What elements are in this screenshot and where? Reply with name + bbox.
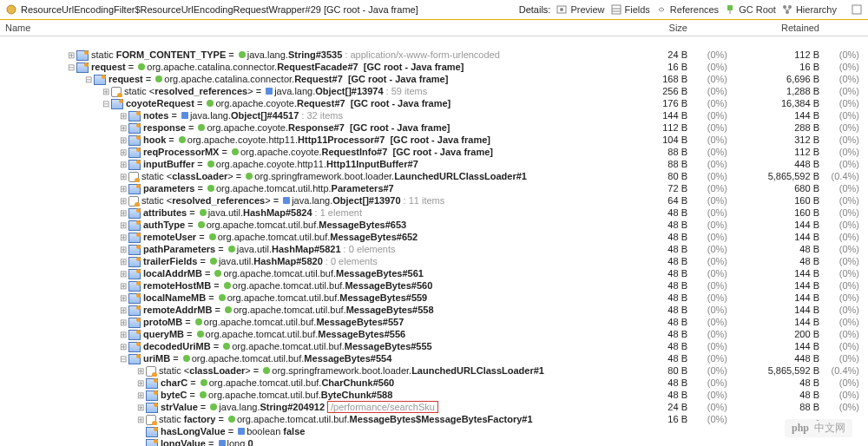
tree-row[interactable]: ⊞localNameMB = org.apache.tomcat.util.bu… <box>0 292 868 304</box>
tree-row[interactable]: ⊞static <resolved_references> = java.lan… <box>0 85 868 97</box>
bluefield-icon <box>128 257 141 267</box>
size-percent: (0%) <box>693 317 733 327</box>
toggle-icon[interactable]: ⊟ <box>66 62 76 72</box>
size-percent: (0%) <box>693 62 733 72</box>
toggle-icon[interactable]: ⊞ <box>118 245 128 254</box>
size-value: 112 B <box>601 122 693 133</box>
fields-button[interactable]: Fields <box>610 3 650 16</box>
tree-row[interactable]: ⊞protoMB = org.apache.tomcat.util.buf.Me… <box>0 316 868 328</box>
toggle-icon[interactable]: ⊞ <box>118 172 128 181</box>
tree-row[interactable]: ⊞remoteHostMB = org.apache.tomcat.util.b… <box>0 279 868 292</box>
tree-row[interactable]: ⊞charC = org.apache.tomcat.util.buf.Char… <box>0 377 868 389</box>
retained-value: 160 B <box>733 207 825 218</box>
tree-row[interactable]: ⊞static <classLoader> = org.springframew… <box>0 170 868 182</box>
toggle-icon[interactable]: ⊞ <box>101 87 111 96</box>
hierarchy-button[interactable]: Hierarchy <box>781 3 837 16</box>
gcroot-button[interactable]: GC Root <box>724 3 776 16</box>
tree-row[interactable]: ⊞pathParameters = java.util.HashMap#5821… <box>0 243 868 255</box>
toggle-icon[interactable]: ⊞ <box>118 281 128 291</box>
object-tree[interactable]: ⊞static FORM_CONTENT_TYPE = java.lang.St… <box>0 36 868 446</box>
tree-row[interactable]: ⊞hook = org.apache.coyote.http11.Http11P… <box>0 134 868 146</box>
tree-row[interactable]: ⊞reqProcessorMX = org.apache.coyote.Requ… <box>0 146 868 158</box>
tree-row[interactable]: ⊞decodedUriMB = org.apache.tomcat.util.b… <box>0 340 868 352</box>
col-header-retained[interactable]: Retained <box>733 23 825 33</box>
size-percent: (0%) <box>693 256 733 266</box>
tree-row[interactable]: ⊞parameters = org.apache.tomcat.util.htt… <box>0 182 868 194</box>
tree-row[interactable]: ⊞static FORM_CONTENT_TYPE = java.lang.St… <box>0 49 868 61</box>
toggle-icon[interactable]: ⊞ <box>135 403 146 412</box>
size-percent: (0%) <box>693 329 733 339</box>
col-header-name[interactable]: Name <box>0 23 601 33</box>
toggle-icon[interactable]: ⊞ <box>118 257 128 266</box>
retained-value: 48 B <box>733 390 825 400</box>
tree-row[interactable]: ⊞attributes = java.util.HashMap#5824 : 1… <box>0 207 868 219</box>
toggle-icon[interactable]: ⊞ <box>118 160 128 169</box>
primitive-icon <box>266 88 273 95</box>
bluefield-icon <box>146 390 158 401</box>
tree-row[interactable]: ⊞authType = org.apache.tomcat.util.buf.M… <box>0 219 868 231</box>
tree-row[interactable]: ⊞remoteUser = org.apache.tomcat.util.buf… <box>0 231 868 243</box>
toggle-icon[interactable]: ⊞ <box>118 233 128 242</box>
hierarchy-icon <box>781 3 793 16</box>
bluefield-icon <box>128 135 141 146</box>
toggle-icon[interactable]: ⊞ <box>118 135 128 145</box>
toggle-icon[interactable]: ⊞ <box>118 184 128 193</box>
toggle-icon[interactable]: ⊞ <box>118 111 128 121</box>
toggle-icon[interactable]: ⊞ <box>66 50 76 60</box>
retained-value: - <box>733 414 825 424</box>
tree-row[interactable]: ⊟coyoteRequest = org.apache.coyote.Reque… <box>0 97 868 109</box>
tree-row[interactable]: ⊟request = org.apache.catalina.connector… <box>0 73 868 85</box>
toggle-icon[interactable]: ⊞ <box>135 366 146 376</box>
size-value: 48 B <box>601 220 693 230</box>
toggle-icon[interactable]: ⊟ <box>83 75 94 84</box>
tree-row[interactable]: ⊞trailerFields = java.util.HashMap#5820 … <box>0 255 868 267</box>
tree-row[interactable]: hasLongValue = boolean false <box>0 425 868 437</box>
tree-row[interactable]: ⊞static <classLoader> = org.springframew… <box>0 364 868 377</box>
toggle-icon[interactable]: ⊞ <box>118 220 128 230</box>
tree-row[interactable]: ⊟uriMB = org.apache.tomcat.util.buf.Mess… <box>0 352 868 364</box>
toggle-icon[interactable]: ⊞ <box>118 269 128 279</box>
tree-row[interactable]: ⊞remoteAddrMB = org.apache.tomcat.util.b… <box>0 304 868 316</box>
tree-row[interactable]: ⊞queryMB = org.apache.tomcat.util.buf.Me… <box>0 328 868 340</box>
toggle-icon[interactable]: ⊞ <box>118 330 128 339</box>
retained-percent: (0%) <box>825 402 868 412</box>
class-dot-icon <box>207 185 214 192</box>
toggle-icon[interactable]: ⊞ <box>118 208 128 218</box>
toggle-icon[interactable]: ⊟ <box>118 354 128 364</box>
toggle-icon[interactable]: ⊞ <box>118 342 128 351</box>
class-dot-icon <box>223 343 230 350</box>
fields-icon <box>610 3 622 16</box>
tree-row[interactable]: ⊟request = org.apache.catalina.connector… <box>0 61 868 73</box>
toggle-icon[interactable]: ⊞ <box>118 318 128 327</box>
tree-row[interactable]: ⊞static factory = org.apache.tomcat.util… <box>0 413 868 425</box>
tree-row[interactable]: ⊞strValue = java.lang.String#204912/perf… <box>0 401 868 413</box>
col-header-size[interactable]: Size <box>601 23 693 33</box>
size-percent: (0%) <box>693 414 733 424</box>
tree-row[interactable]: longValue = long 0 <box>0 437 868 446</box>
toggle-icon[interactable]: ⊞ <box>135 415 146 424</box>
bluefield-icon <box>146 378 158 389</box>
svg-point-2 <box>560 8 563 11</box>
toggle-icon[interactable]: ⊞ <box>118 293 128 303</box>
tree-row[interactable]: ⊞notes = java.lang.Object[]#44517 : 32 i… <box>0 109 868 121</box>
class-dot-icon <box>219 294 226 301</box>
tree-row[interactable]: ⊞static <resolved_references> = java.lan… <box>0 194 868 207</box>
method-icon <box>146 415 156 425</box>
column-headers: Name Size Retained <box>0 20 868 36</box>
retained-value: 144 B <box>733 317 825 327</box>
preview-button[interactable]: Preview <box>556 3 604 16</box>
toggle-icon[interactable]: ⊞ <box>118 123 128 133</box>
toggle-icon[interactable]: ⊞ <box>118 148 128 157</box>
toggle-icon[interactable]: ⊞ <box>118 196 128 206</box>
toggle-icon[interactable]: ⊞ <box>118 305 128 315</box>
tree-row[interactable]: ⊞localAddrMB = org.apache.tomcat.util.bu… <box>0 267 868 279</box>
tree-row[interactable]: ⊞byteC = org.apache.tomcat.util.buf.Byte… <box>0 389 868 401</box>
tree-row[interactable]: ⊞response = org.apache.coyote.Response#7… <box>0 121 868 134</box>
maximize-icon[interactable] <box>851 3 863 16</box>
references-button[interactable]: References <box>655 3 719 16</box>
toggle-icon[interactable]: ⊟ <box>101 99 111 108</box>
tree-row[interactable]: ⊞inputBuffer = org.apache.coyote.http11.… <box>0 158 868 170</box>
toggle-icon[interactable]: ⊞ <box>135 378 146 388</box>
retained-percent: (0%) <box>825 195 868 206</box>
toggle-icon[interactable]: ⊞ <box>135 390 146 400</box>
